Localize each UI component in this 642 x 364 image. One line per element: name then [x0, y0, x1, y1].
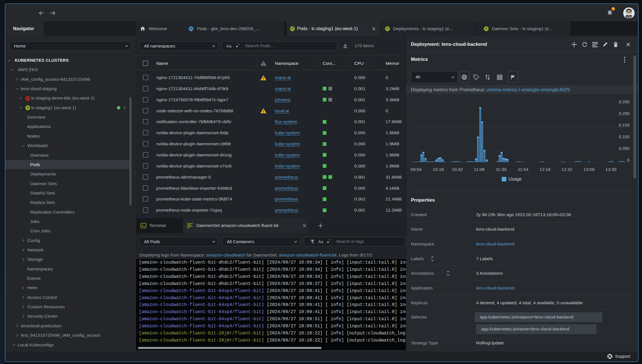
svg-text:*: * — [329, 239, 330, 243]
svg-text:*: * — [238, 43, 239, 47]
